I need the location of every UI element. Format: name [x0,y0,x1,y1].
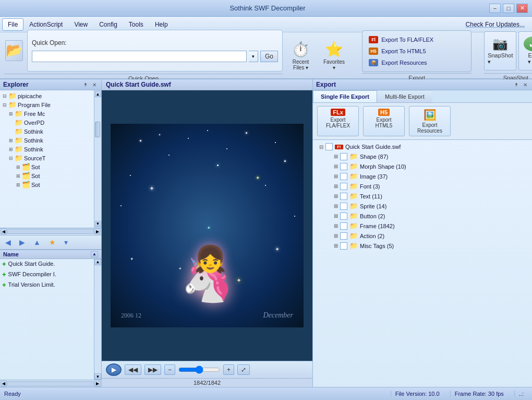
ftree-shape-check[interactable] [340,153,347,160]
nav-back-button[interactable]: ◀ [2,237,14,248]
name-scroll-up[interactable]: ▲ [94,259,101,265]
ftree-action-check[interactable] [340,232,347,240]
snapshot-button[interactable]: 📷 SnapShot▾ [484,31,516,70]
export-pin-button[interactable]: 🖈 [512,81,521,88]
quick-open-section: Quick Open: ▾ Go [27,30,283,72]
check-updates-button[interactable]: Check For Updates... [461,19,530,30]
scroll-up-button[interactable]: ▲ [95,91,101,97]
zoom-out-button[interactable]: − [164,364,175,375]
tab-multi-file-export[interactable]: Multi-file Export [377,90,432,102]
ftree-sprite[interactable]: ⊞ 📁 Sprite (14) [315,201,530,211]
ftree-root-check[interactable] [325,143,333,150]
export-close-button[interactable]: ✕ [522,81,529,88]
menu-help[interactable]: Help [149,18,174,31]
export-panel-title: Export [316,81,336,88]
ftree-shape[interactable]: ⊞ 📁 Shape (87) [315,151,530,161]
go-button[interactable]: Go [260,51,278,62]
fullscreen-button[interactable]: ⤢ [237,364,250,375]
scroll-right-button[interactable]: ▶ [94,228,101,234]
name-scroll-left[interactable]: ◀ [1,381,7,387]
ftree-misc-check[interactable] [340,242,347,250]
menu-config[interactable]: Config [93,18,123,31]
minimize-button[interactable]: − [489,4,501,13]
recent-files-button[interactable]: ⏱️ RecentFiles ▾ [287,36,315,75]
scroll-down-button[interactable]: ▼ [95,221,101,227]
export-resources-button[interactable]: 📦 Export Resources [367,58,467,67]
folder-icon: 📁 [349,152,358,160]
tree-item-program-file[interactable]: ⊟ 📁 Program File [0,100,94,109]
tree-item-overpd[interactable]: ⊞ 📁 OverPD [0,118,94,127]
tree-item-sourcet[interactable]: ⊟ 📁 SourceT [0,154,94,162]
name-item-trial-version[interactable]: + Trial Version Limit. [0,280,94,290]
edit-button[interactable]: ✓ Edit▾ [518,31,532,70]
export-html5-btn[interactable]: H5 ExportHTML5 [363,106,405,136]
nav-forward-button[interactable]: ▶ [16,237,28,248]
tree-item-sothink3[interactable]: ⊞ 📁 Sothink [0,145,94,154]
folder-icon: 📁 [8,101,17,109]
zoom-in-button[interactable]: + [223,364,234,375]
tree-item-sothink2[interactable]: ⊞ 📁 Sothink [0,136,94,145]
name-scroll-up-btn[interactable]: ▲ [91,251,98,257]
scroll-left-button[interactable]: ◀ [1,228,7,234]
name-scroll-down[interactable]: ▼ [94,373,101,380]
favorites-button[interactable]: ⭐ Favorites▾ [319,36,349,75]
name-item-quick-start[interactable]: + Quick Start Guide. [0,259,94,269]
ftree-button[interactable]: ⊞ 📁 Button (2) [315,211,530,221]
scroll-thumb[interactable] [95,122,100,137]
menu-view[interactable]: View [68,18,93,31]
name-list-scrollbar: ▲ ▼ [94,259,101,380]
fla-badge: FLx [331,109,345,116]
ftree-text[interactable]: ⊞ 📁 Text (11) [315,191,530,201]
ftree-font-check[interactable] [340,183,347,190]
menu-actionscript[interactable]: ActionScript [23,18,68,31]
menu-tools[interactable]: Tools [123,18,149,31]
tree-item-sot2[interactable]: ⊞ 🗂️ Sot [0,171,94,180]
tree-item-sot1[interactable]: ⊞ 🗂️ Sot [0,162,94,171]
status-frame-rate: Frame Rate: 30 fps [450,391,508,397]
menu-file[interactable]: File [2,18,23,31]
close-button[interactable]: ✕ [516,4,528,13]
timeline-slider[interactable] [178,366,220,374]
folder-icon: 📁 [349,162,358,170]
forward-button[interactable]: ▶▶ [144,364,161,375]
tree-item-sot3[interactable]: ⊞ 🗂️ Sot [0,180,94,189]
quick-open-input[interactable] [32,51,247,62]
export-resources-btn[interactable]: 🖼️ ExportResources [409,106,451,136]
tree-scrollbar[interactable]: ▲ ▼ [94,90,101,228]
maximize-button[interactable]: □ [503,4,514,13]
ftree-frame[interactable]: ⊞ 📁 Frame (1842) [315,221,530,231]
tree-item-free-mc[interactable]: ⊞ 📁 Free Mc [0,109,94,118]
play-button[interactable]: ▶ [106,363,122,376]
name-h-scrollbar[interactable]: ◀ ▶ [0,380,101,387]
ftree-morph-shape[interactable]: ⊞ 📁 Morph Shape (10) [315,161,530,171]
ftree-button-check[interactable] [340,213,347,220]
nav-dropdown-button[interactable]: ▾ [61,237,71,248]
ftree-morph-check[interactable] [340,163,347,170]
nav-favorites-button[interactable]: ★ [46,237,59,248]
nav-up-button[interactable]: ▲ [30,237,44,248]
tree-item-sothink1[interactable]: ⊞ 📁 Sothink [0,127,94,136]
export-panel-header: Export 🖈 ✕ [313,79,532,90]
ftree-action[interactable]: ⊞ 📁 Action (2) [315,231,530,241]
name-item-swf-decompiler[interactable]: + SWF Decompiler I. [0,269,94,280]
export-fla-button[interactable]: Fl Export To FLA/FLEX [367,35,467,44]
ftree-root[interactable]: ⊟ F! Quick Start Guide.swf [315,142,530,151]
horizontal-scrollbar[interactable]: ◀ ▶ [0,228,101,235]
quick-open-dropdown[interactable]: ▾ [249,51,258,62]
explorer-pin-button[interactable]: 🖈 [81,81,90,88]
ftree-image[interactable]: ⊞ 📁 Image (37) [315,171,530,181]
ftree-misc-tags[interactable]: ⊞ 📁 Misc Tags (5) [315,241,530,251]
tree-item-pipicache[interactable]: ⊟ 📁 pipicache [0,91,94,100]
rewind-button[interactable]: ◀◀ [125,364,141,375]
folder-icon: 📁 [15,127,23,135]
ftree-sprite-check[interactable] [340,203,347,210]
name-scroll-right[interactable]: ▶ [94,381,101,387]
explorer-close-button[interactable]: ✕ [91,81,98,88]
tab-single-file-export[interactable]: Single File Export [313,90,377,102]
export-html5-button[interactable]: H5 Export To HTML5 [367,46,467,56]
ftree-text-check[interactable] [340,193,347,200]
export-fla-flex-button[interactable]: FLx ExportFLA/FLEX [317,106,359,136]
ftree-image-check[interactable] [340,173,347,180]
ftree-frame-check[interactable] [340,222,347,230]
ftree-font[interactable]: ⊞ 📁 Font (3) [315,181,530,191]
